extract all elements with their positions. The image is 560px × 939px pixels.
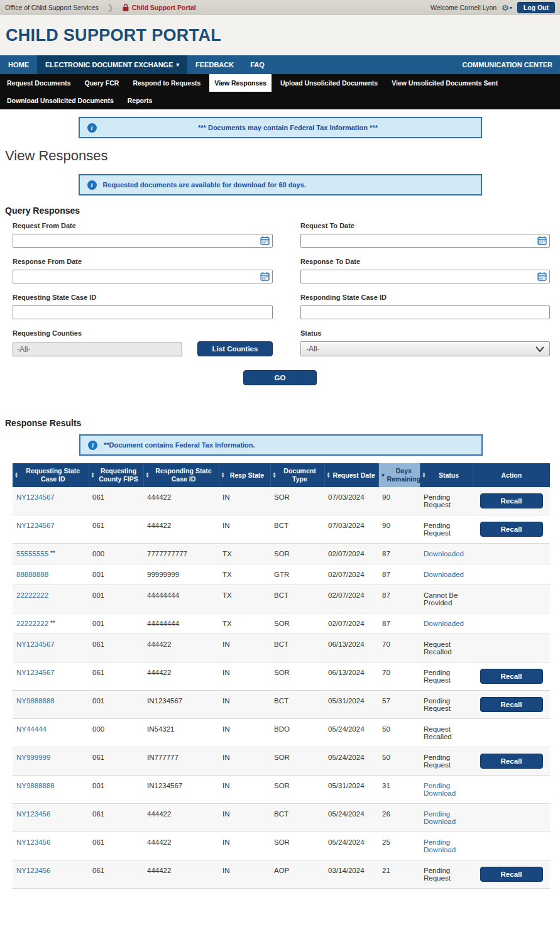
recall-button[interactable]: Recall (480, 522, 543, 537)
cell-county-fips: 001 (89, 691, 143, 719)
cell-action (473, 719, 550, 747)
requesting-case-link[interactable]: NY1234567 (16, 493, 55, 501)
requesting-case-link[interactable]: 22222222 (16, 591, 48, 599)
nav-item-electronic-document-exchange[interactable]: ELECTRONIC DOCUMENT EXCHANGE▾ (37, 55, 187, 74)
requesting-case-link[interactable]: NY123456 (16, 810, 50, 818)
column-header-requesting-county-fips[interactable]: ▲▼Requesting County FIPS (89, 463, 143, 487)
recall-button[interactable]: Recall (480, 493, 543, 508)
nav-item-label: ELECTRONIC DOCUMENT EXCHANGE (45, 61, 173, 69)
column-header-responding-state-case-id[interactable]: ▲▼Responding State Case ID (143, 463, 219, 487)
logout-button[interactable]: Log Out (517, 2, 555, 13)
status-link[interactable]: Downloaded (424, 620, 464, 627)
nav-item-feedback[interactable]: FEEDBACK (187, 55, 242, 74)
recall-button[interactable]: Recall (480, 669, 543, 684)
cell-requesting-case: 22222222 ** (13, 613, 89, 634)
response-from-date-input[interactable] (13, 270, 273, 283)
subnav-item-request-documents[interactable]: Request Documents (2, 74, 76, 92)
column-label: Responding State Case ID (150, 467, 216, 483)
recall-button[interactable]: Recall (480, 754, 543, 769)
column-header-days-remaining[interactable]: ▼Days Remaining (378, 463, 420, 487)
responding-case-id-label: Responding State Case ID (300, 294, 550, 301)
column-header-requesting-state-case-id[interactable]: ▲▼Requesting State Case ID (13, 463, 89, 487)
requesting-case-link[interactable]: NY1234567 (16, 640, 55, 648)
cell-responding-case: IN1234567 (143, 691, 219, 719)
cell-action (473, 585, 550, 613)
subnav-item-view-unsolicited-documents-sent[interactable]: View Unsolicited Documents Sent (387, 74, 503, 92)
list-counties-button[interactable]: List Counties (197, 341, 273, 356)
gear-icon[interactable]: ⚙▾ (502, 3, 512, 13)
calendar-icon[interactable] (260, 236, 270, 245)
chevron-down-icon: ▾ (510, 5, 512, 11)
subnav-item-download-unsolicited-documents[interactable]: Download Unsolicited Documents (2, 92, 119, 109)
fti-warning-text: *** Documents may contain Federal Tax In… (103, 124, 473, 131)
result-row: 8888888800199999999TXGTR02/07/202487Down… (13, 564, 550, 585)
requesting-case-link[interactable]: NY1234567 (16, 669, 55, 676)
cell-days-remaining: 26 (378, 804, 420, 832)
cell-action (473, 613, 550, 634)
column-header-request-date[interactable]: ▲▼Request Date (324, 463, 378, 487)
result-row: 22222222 **00144444444TXSOR02/07/202487D… (13, 613, 550, 634)
requesting-case-link[interactable]: NY1234567 (16, 522, 55, 529)
cell-action: Recall (473, 860, 550, 889)
breadcrumb-separator-icon: ❯ (107, 3, 114, 12)
info-icon: i (87, 180, 97, 190)
nav-item-home[interactable]: HOME (0, 55, 37, 74)
calendar-icon[interactable] (537, 272, 547, 281)
subnav-item-respond-to-requests[interactable]: Respond to Requests (128, 74, 206, 92)
subnav-item-query-fcr[interactable]: Query FCR (80, 74, 124, 92)
response-to-date-input[interactable] (300, 270, 550, 283)
cell-county-fips: 000 (89, 544, 143, 564)
result-row: NY123456061444422INAOP03/14/202421Pendin… (13, 860, 550, 889)
request-to-date-input[interactable] (300, 234, 550, 248)
calendar-icon[interactable] (260, 272, 270, 281)
request-from-date-input[interactable] (13, 234, 273, 248)
cell-days-remaining: 70 (378, 662, 420, 691)
requesting-case-link[interactable]: NY123456 (16, 867, 50, 874)
column-header-document-type[interactable]: ▲▼Document Type (270, 463, 324, 487)
cell-request-date: 05/31/2024 (324, 691, 378, 719)
status-link[interactable]: Downloaded (424, 550, 464, 557)
recall-button[interactable]: Recall (480, 697, 543, 712)
cell-county-fips: 061 (89, 860, 143, 889)
requesting-case-id-label: Requesting State Case ID (13, 294, 273, 301)
requesting-case-link[interactable]: NY44444 (16, 725, 47, 733)
app-name: Child Support Portal (132, 4, 196, 11)
status-link[interactable]: Pending Download (424, 782, 456, 797)
result-row: NY999999061IN777777INSOR05/24/202450Pend… (13, 747, 550, 776)
recall-button[interactable]: Recall (480, 867, 543, 882)
cell-county-fips: 001 (89, 585, 143, 613)
requesting-case-link[interactable]: 88888888 (16, 571, 48, 578)
subnav-item-reports[interactable]: Reports (123, 92, 158, 109)
cell-request-date: 07/03/2024 (324, 487, 378, 515)
cell-action (473, 564, 550, 585)
nav-item-communication-center[interactable]: COMMUNICATION CENTER (455, 55, 560, 74)
column-header-resp-state[interactable]: ▲▼Resp State (219, 463, 270, 487)
calendar-icon[interactable] (537, 236, 547, 245)
requesting-case-link[interactable]: 22222222 (16, 620, 48, 627)
cell-requesting-case: NY1234567 (13, 662, 89, 691)
subnav-item-upload-unsolicited-documents[interactable]: Upload Unsolicited Documents (275, 74, 383, 92)
nav-item-faq[interactable]: FAQ (242, 55, 273, 74)
requesting-case-link[interactable]: NY9888888 (16, 697, 55, 705)
requesting-case-link[interactable]: NY123456 (16, 838, 50, 846)
cell-request-date: 05/31/2024 (324, 776, 378, 804)
requesting-case-link[interactable]: 55555555 (16, 550, 48, 557)
responding-case-id-input[interactable] (300, 305, 550, 319)
subnav-item-view-responses[interactable]: View Responses (209, 74, 272, 92)
cell-status: Request Recalled (420, 719, 473, 747)
cell-request-date: 02/07/2024 (324, 613, 378, 634)
status-select[interactable]: -All- (300, 341, 550, 356)
cell-document-type: BCT (270, 515, 324, 544)
status-link[interactable]: Pending Download (424, 810, 456, 825)
requesting-case-link[interactable]: NY9888888 (16, 782, 55, 789)
go-button[interactable]: GO (243, 370, 317, 385)
status-link[interactable]: Downloaded (424, 571, 464, 578)
chevron-down-icon (535, 346, 544, 352)
column-header-status[interactable]: ▲▼Status (420, 463, 473, 487)
status-text: Pending Request (424, 697, 451, 712)
requesting-case-id-input[interactable] (13, 305, 273, 319)
requesting-case-link[interactable]: NY999999 (16, 754, 50, 761)
status-link[interactable]: Pending Download (424, 838, 456, 854)
status-select-value: -All- (306, 344, 319, 353)
cell-days-remaining: 25 (378, 832, 420, 860)
